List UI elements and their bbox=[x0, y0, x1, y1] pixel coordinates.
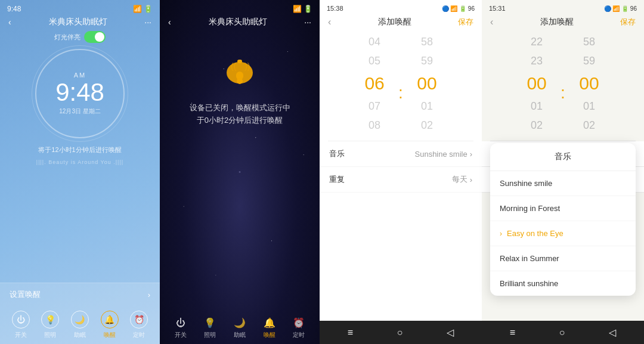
nav-menu-3[interactable]: ≡ bbox=[348, 327, 353, 338]
hours-item-23: 23 bbox=[531, 51, 543, 70]
nav-menu-4[interactable]: ≡ bbox=[510, 327, 515, 338]
hours-column-4: 22 23 00 01 02 bbox=[513, 32, 561, 135]
svg-text:)): )) bbox=[244, 61, 250, 71]
top-bar-3: ‹ 添加唤醒 保存 bbox=[320, 14, 482, 32]
svg-rect-3 bbox=[237, 60, 242, 63]
dropdown-title: 音乐 bbox=[490, 143, 636, 171]
hours-item-05: 05 bbox=[369, 51, 380, 70]
nav-home-4[interactable]: ○ bbox=[559, 327, 565, 338]
p2-icon-sleep[interactable]: 🌙 助眠 bbox=[234, 317, 246, 339]
icon-sleep[interactable]: 🌙 助眠 bbox=[71, 311, 89, 339]
back-icon-4[interactable]: ‹ bbox=[490, 17, 493, 27]
power-label: 开关 bbox=[15, 331, 27, 339]
alarm-info: 将于12小时1分钟后进行唤醒 bbox=[38, 145, 121, 154]
power-icon: ⏻ bbox=[12, 311, 30, 328]
save-button-3[interactable]: 保存 bbox=[458, 17, 473, 27]
nav-bar-3: ≡ ○ ◁ bbox=[320, 321, 482, 344]
dropdown-item-relax-summer[interactable]: Relax in Summer bbox=[490, 246, 636, 271]
icon-wake[interactable]: 🔔 唤醒 bbox=[101, 311, 119, 339]
icon-timer[interactable]: ⏰ 定时 bbox=[130, 311, 148, 339]
timer-label: 定时 bbox=[133, 331, 145, 339]
p2-icon-power[interactable]: ⏻ 开关 bbox=[175, 318, 187, 339]
p2-wake-icon: 🔔 bbox=[264, 317, 275, 328]
dropdown-item-easy-eye[interactable]: › Easy on the Eye bbox=[490, 221, 636, 246]
light-toggle[interactable] bbox=[84, 31, 106, 43]
bottom-nav-1: ⏻ 开关 💡 照明 🌙 助眠 🔔 唤醒 ⏰ 定时 bbox=[0, 306, 160, 344]
dropdown-item-brilliant[interactable]: Brilliant sunshine bbox=[490, 271, 636, 296]
more-icon-2[interactable]: ··· bbox=[304, 17, 311, 27]
set-alarm-row[interactable]: 设置唤醒 › bbox=[0, 283, 160, 306]
hours-selected-4[interactable]: 00 bbox=[527, 70, 546, 97]
sleep-label: 助眠 bbox=[74, 331, 86, 339]
p2-light-icon: 💡 bbox=[204, 317, 216, 328]
item-label-easy-eye: Easy on the Eye bbox=[507, 229, 564, 238]
repeat-label-3: 重复 bbox=[329, 174, 345, 185]
status-time-1: 9:48 bbox=[7, 5, 21, 13]
nav-back-3[interactable]: ◁ bbox=[447, 327, 454, 338]
save-button-4[interactable]: 保存 bbox=[620, 17, 636, 27]
p2-timer-icon: ⏰ bbox=[293, 317, 305, 328]
icon-power[interactable]: ⏻ 开关 bbox=[12, 311, 30, 339]
nav-back-4[interactable]: ◁ bbox=[609, 327, 616, 338]
item-label-sunshine-smile: Sunshine smile bbox=[500, 179, 552, 188]
minutes-item-02: 02 bbox=[421, 116, 433, 135]
item-label-morning-forest: Morning in Forest bbox=[500, 204, 560, 213]
panel1-title: 米典床头助眠灯 bbox=[49, 17, 107, 27]
music-chevron-3: › bbox=[470, 150, 472, 159]
p2-timer-label: 定时 bbox=[293, 331, 305, 339]
light-label: 照明 bbox=[44, 331, 56, 339]
message-line2: 于0小时2分钟后进行唤醒 bbox=[190, 114, 290, 127]
back-icon-1[interactable]: ‹ bbox=[8, 17, 11, 27]
p2-icon-light[interactable]: 💡 照明 bbox=[204, 317, 216, 339]
back-icon-2[interactable]: ‹ bbox=[168, 17, 171, 27]
bottom-nav-2: ⏻ 开关 💡 照明 🌙 助眠 🔔 唤醒 ⏰ 定时 bbox=[160, 312, 320, 344]
clock-display: 9:48 bbox=[55, 79, 104, 106]
more-icon-1[interactable]: ··· bbox=[144, 17, 151, 27]
dropdown-item-sunshine-smile[interactable]: Sunshine smile bbox=[490, 171, 636, 196]
minutes-column-4: 58 59 00 01 02 bbox=[565, 32, 613, 135]
minutes-selected-4[interactable]: 00 bbox=[579, 70, 599, 97]
panel2-message: 设备已关闭，唤醒模式运行中 于0小时2分钟后进行唤醒 bbox=[178, 102, 302, 127]
minutes-item-59-4: 59 bbox=[583, 51, 595, 70]
status-bar-4: 15:31 🔵 📶 🔋 96 bbox=[482, 0, 644, 14]
repeat-value-3: 每天 › bbox=[452, 174, 472, 185]
minutes-column: 58 59 00 01 02 bbox=[403, 32, 451, 135]
toggle-label: 灯光伴亮 bbox=[54, 33, 80, 42]
hours-item-07: 07 bbox=[369, 97, 380, 116]
status-bar-2: 📶 🔋 bbox=[160, 0, 320, 16]
icon-light[interactable]: 💡 照明 bbox=[41, 311, 59, 339]
p2-icon-timer[interactable]: ⏰ 定时 bbox=[293, 317, 305, 339]
wake-label: 唤醒 bbox=[104, 331, 116, 339]
repeat-value-text-3: 每天 bbox=[452, 174, 467, 185]
hours-item-01-4: 01 bbox=[531, 97, 543, 116]
back-icon-3[interactable]: ‹ bbox=[328, 17, 331, 27]
set-alarm-label: 设置唤醒 bbox=[10, 289, 41, 300]
music-row-3[interactable]: 音乐 Sunshine smile › bbox=[320, 141, 482, 167]
minutes-selected[interactable]: 00 bbox=[417, 70, 436, 97]
minutes-item-01-4: 01 bbox=[583, 97, 595, 116]
item-label-relax-summer: Relax in Summer bbox=[500, 254, 559, 263]
minutes-item-58-4: 58 bbox=[583, 32, 595, 51]
music-value-3: Sunshine smile › bbox=[415, 150, 473, 159]
panel4-title: 添加唤醒 bbox=[540, 17, 574, 27]
hours-selected[interactable]: 06 bbox=[364, 70, 384, 97]
minutes-item-58: 58 bbox=[421, 32, 433, 51]
dropdown-item-morning-forest[interactable]: Morning in Forest bbox=[490, 196, 636, 221]
status-time-4: 15:31 bbox=[489, 5, 506, 12]
hours-item-02-4: 02 bbox=[531, 116, 543, 135]
message-line1: 设备已关闭，唤醒模式运行中 bbox=[190, 102, 290, 114]
p2-power-icon: ⏻ bbox=[176, 318, 185, 328]
p2-icon-wake[interactable]: 🔔 唤醒 bbox=[264, 317, 275, 339]
nav-home-3[interactable]: ○ bbox=[397, 327, 403, 338]
active-chevron: › bbox=[500, 230, 502, 238]
top-bar-1: ‹ 米典床头助眠灯 ··· bbox=[0, 16, 160, 31]
minutes-item-01: 01 bbox=[421, 97, 433, 116]
hours-item-04: 04 bbox=[369, 32, 380, 51]
p2-sleep-icon: 🌙 bbox=[234, 317, 246, 328]
p2-light-label: 照明 bbox=[204, 331, 216, 339]
stars-bg bbox=[160, 0, 320, 344]
time-colon-4: : bbox=[561, 51, 565, 135]
repeat-row-3[interactable]: 重复 每天 › bbox=[320, 167, 482, 193]
nav-bar-4: ≡ ○ ◁ bbox=[482, 321, 644, 344]
status-time-3: 15:38 bbox=[327, 5, 343, 12]
